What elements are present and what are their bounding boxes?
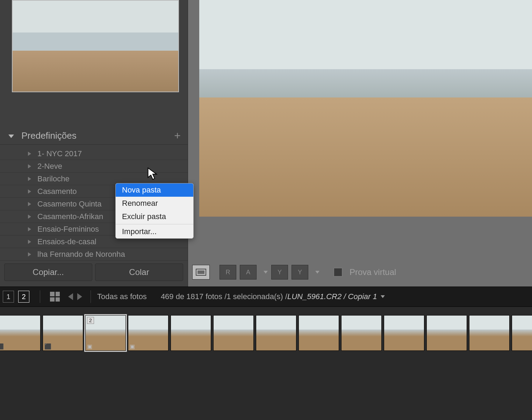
nav-back-icon[interactable] [68,293,73,300]
preset-label: 2-Neve [37,162,62,171]
grid-view-icon[interactable] [50,292,60,302]
r-label: R [226,269,230,276]
view1-label: 1 [6,293,10,301]
filename-dropdown-icon[interactable] [381,295,385,298]
after-y-button[interactable]: Y [292,265,308,280]
chevron-right-icon [28,240,31,244]
main-image-preview[interactable] [199,0,532,217]
context-menu: Nova pasta Renomear Excluir pasta Import… [115,183,194,239]
left-panel: Predefinições + 1- NYC 2017 2-Neve Baril… [0,0,188,287]
paste-button[interactable]: Colar [95,263,183,281]
preset-label: Bariloche [37,174,70,183]
badge-icon: ⬛ [0,343,4,350]
filmstrip-thumb[interactable] [512,315,532,351]
chevron-right-icon [28,252,31,256]
a-label: A [246,269,250,276]
preset-label: 1- NYC 2017 [37,149,82,158]
filmstrip-thumb[interactable] [426,315,467,351]
add-preset-icon[interactable]: + [174,129,181,142]
separator [40,290,40,303]
loupe-view-button[interactable] [192,265,210,280]
menu-delete-folder[interactable]: Excluir pasta [116,210,193,223]
menu-item-label: Nova pasta [122,186,161,194]
soft-proof-label: Prova virtual [350,267,396,277]
preset-label: Casamento-Afrikan [37,212,103,221]
filmstrip[interactable]: ⬛ ⬛ 2 ▣ ▣ [0,307,532,420]
preset-label: Casamento Quinta [37,200,101,209]
presets-header[interactable]: Predefinições + [0,127,188,145]
menu-item-label: Importar... [122,227,157,236]
navigator-thumbnail[interactable] [12,0,179,92]
preset-folder[interactable]: 1- NYC 2017 [0,147,188,160]
filmstrip-thumb[interactable]: ⬛ [0,315,41,351]
filmstrip-thumb[interactable] [213,315,254,351]
before-y-button[interactable]: Y [271,265,288,280]
dropdown-icon[interactable] [264,271,268,274]
preset-folder[interactable]: lha Fernando de Noronha [0,248,188,261]
separator [91,290,91,303]
preset-folder[interactable]: 2-Neve [0,160,188,173]
menu-import[interactable]: Importar... [116,225,193,238]
chevron-right-icon [28,227,31,231]
secondary-display-2[interactable]: 2 [18,291,29,303]
filmstrip-thumb[interactable] [469,315,510,351]
copy-paste-bar: Copiar... Colar [4,263,183,281]
filmstrip-thumb[interactable]: ▣ [128,315,168,351]
menu-new-folder[interactable]: Nova pasta [116,183,193,197]
preset-label: Ensaios-de-casal [37,237,96,246]
chevron-right-icon [28,202,31,206]
filmstrip-thumb[interactable] [256,315,296,351]
filmstrip-thumb[interactable] [384,315,424,351]
dropdown-icon[interactable] [315,271,319,274]
menu-item-label: Excluir pasta [122,212,166,221]
copy-label: Copiar... [33,267,64,277]
chevron-right-icon [28,189,31,194]
chevron-right-icon [28,152,31,156]
chevron-right-icon [28,215,31,219]
breadcrumb[interactable]: Todas as fotos [97,292,147,301]
chevron-right-icon [28,164,31,168]
preset-label: lha Fernando de Noronha [37,250,125,259]
menu-item-label: Renomear [122,199,158,208]
presets-title: Predefinições [21,130,77,141]
crop-badge-icon: ▣ [130,343,135,350]
compare-a-button[interactable]: A [240,265,257,280]
filmstrip-thumb[interactable] [299,315,339,351]
photo-count-text: 469 de 1817 fotos /1 selecionada(s) / [161,292,287,301]
badge-icon: ⬛ [44,343,51,350]
collapse-triangle-icon [8,135,14,138]
chevron-right-icon [28,177,31,181]
cursor-icon [147,167,159,180]
y2-label: Y [298,269,302,276]
status-bar: 1 2 Todas as fotos 469 de 1817 fotos /1 … [0,287,532,307]
copy-count-badge: 2 [87,317,94,324]
copy-button[interactable]: Copiar... [4,263,92,281]
view2-label: 2 [22,293,26,301]
compare-r-button[interactable]: R [220,265,236,280]
menu-separator [116,224,193,224]
crop-badge-icon: ▣ [87,343,92,350]
secondary-display-1[interactable]: 1 [3,291,14,303]
preset-label: Ensaio-Femininos [37,225,99,234]
svg-rect-1 [197,270,204,274]
menu-rename[interactable]: Renomear [116,197,193,210]
loupe-icon [195,268,207,276]
soft-proof-checkbox[interactable] [333,268,343,277]
filmstrip-thumb-selected[interactable]: 2 ▣ [85,315,126,351]
y1-label: Y [278,269,282,276]
nav-forward-icon[interactable] [77,293,82,300]
paste-label: Colar [129,267,149,277]
preset-label: Casamento [37,187,77,196]
filmstrip-thumb[interactable] [171,315,211,351]
current-filename: LUN_5961.CR2 / Copiar 1 [287,292,377,301]
filmstrip-thumb[interactable] [341,315,382,351]
filmstrip-thumb[interactable]: ⬛ [43,315,83,351]
view-toolbar: R A Y Y Prova virtual [192,263,396,281]
